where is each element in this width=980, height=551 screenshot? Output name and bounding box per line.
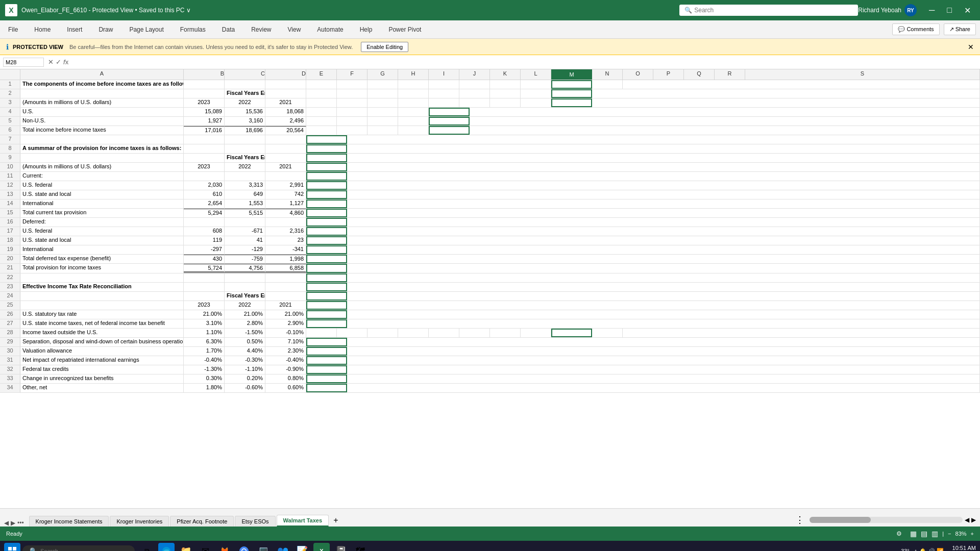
tab-home[interactable]: Home <box>30 23 55 36</box>
cell-8-c[interactable] <box>225 144 265 153</box>
tab-data[interactable]: Data <box>218 23 239 36</box>
cell-28-k[interactable] <box>490 329 521 337</box>
sheet-tab-etsy[interactable]: Etsy ESOs <box>235 516 275 527</box>
cell-1-b[interactable] <box>184 80 225 89</box>
cell-4-rest[interactable] <box>470 108 980 116</box>
taskbar-icon-taskview[interactable]: ⧉ <box>139 543 155 551</box>
cell-32-c[interactable]: -1.10% <box>225 365 265 374</box>
cell-31-a[interactable]: Net impact of repatriated international … <box>20 356 184 365</box>
search-box[interactable]: 🔍 <box>679 5 858 16</box>
cell-15-a[interactable]: Total current tax provision <box>20 209 184 217</box>
cell-5-a[interactable]: Non-U.S. <box>20 117 184 126</box>
cell-18-c[interactable]: 41 <box>225 236 265 245</box>
next-sheet-button[interactable]: ▶ <box>11 519 15 527</box>
cell-1-f[interactable] <box>337 80 368 89</box>
cell-34-d[interactable]: 0.60% <box>265 384 306 392</box>
taskbar-icon-mail[interactable]: ✉ <box>197 543 213 551</box>
cell-4-h[interactable] <box>398 108 429 116</box>
col-header-f[interactable]: F <box>337 69 368 80</box>
cell-1-n[interactable] <box>592 80 623 89</box>
cell-28-d[interactable]: -0.10% <box>265 329 306 337</box>
cell-4-a[interactable]: U.S. <box>20 108 184 116</box>
cell-29-a[interactable]: Separation, disposal and wind-down of ce… <box>20 338 184 346</box>
cell-30-d[interactable]: 2.30% <box>265 347 306 356</box>
cell-28-i[interactable] <box>429 329 459 337</box>
cell-20-b[interactable]: 430 <box>184 255 225 263</box>
minimize-button[interactable]: ─ <box>925 5 939 16</box>
cell-28-a[interactable]: Income taxed outside the U.S. <box>20 329 184 337</box>
cell-33-rest[interactable] <box>347 374 980 383</box>
cell-3-d[interactable]: 2021 <box>265 98 306 107</box>
cell-17-b[interactable]: 608 <box>184 227 225 236</box>
cell-reference[interactable] <box>3 58 44 67</box>
cell-32-d[interactable]: -0.90% <box>265 365 306 374</box>
cell-33-m[interactable] <box>306 374 347 383</box>
cell-28-b[interactable]: 1.10% <box>184 329 225 337</box>
cell-11-rest[interactable] <box>347 172 980 181</box>
cell-22-c[interactable] <box>225 273 265 282</box>
cell-9-a[interactable] <box>20 154 184 162</box>
sheet-tab-pfizer[interactable]: Pfizer Acq. Footnote <box>170 516 234 527</box>
taskbar-icon-word[interactable]: 📝 <box>294 543 310 551</box>
cell-6-e[interactable] <box>306 126 337 135</box>
cell-28-rest[interactable] <box>623 329 980 337</box>
cell-1-k[interactable] <box>490 80 521 89</box>
cell-2-b[interactable] <box>184 89 225 98</box>
cell-3-rest[interactable] <box>592 98 980 107</box>
cell-18-m[interactable] <box>306 236 347 245</box>
zoom-in-button[interactable]: + <box>971 531 974 537</box>
cell-2-i[interactable] <box>429 89 459 98</box>
cell-24-m[interactable] <box>306 292 347 300</box>
col-header-k[interactable]: K <box>490 69 521 80</box>
cell-2-d[interactable] <box>265 89 306 98</box>
cell-6-c[interactable]: 18,696 <box>225 126 265 135</box>
col-header-e[interactable]: E <box>306 69 337 80</box>
cell-23-b[interactable] <box>184 283 225 291</box>
cell-5-m[interactable] <box>429 117 470 126</box>
cell-13-m[interactable] <box>306 190 347 199</box>
cell-28-f[interactable] <box>337 329 368 337</box>
col-header-s[interactable]: S <box>745 69 980 80</box>
col-header-l[interactable]: L <box>521 69 551 80</box>
cell-14-a[interactable]: International <box>20 199 184 208</box>
cell-29-rest[interactable] <box>347 338 980 346</box>
cell-7-b[interactable] <box>184 135 225 144</box>
cell-11-b[interactable] <box>184 172 225 181</box>
sheet-tab-kroger-inventories[interactable]: Kroger Inventories <box>110 516 169 527</box>
cell-4-e[interactable] <box>306 108 337 116</box>
maximize-button[interactable]: □ <box>943 5 956 16</box>
cell-22-a[interactable] <box>20 273 184 282</box>
cell-25-a[interactable] <box>20 301 184 310</box>
cell-27-b[interactable]: 3.10% <box>184 319 225 328</box>
cell-30-a[interactable]: Valuation allowance <box>20 347 184 356</box>
cell-25-c[interactable]: 2022 <box>225 301 265 310</box>
col-header-d[interactable]: D <box>265 69 306 80</box>
cell-3-f[interactable] <box>337 98 368 107</box>
cell-1-i[interactable] <box>429 80 459 89</box>
scroll-right-button[interactable]: ▶ <box>971 516 976 523</box>
cell-23-d[interactable] <box>265 283 306 291</box>
cell-22-rest[interactable] <box>347 273 980 282</box>
cell-10-d[interactable]: 2021 <box>265 163 306 171</box>
col-header-r[interactable]: R <box>715 69 745 80</box>
scroll-left-button[interactable]: ◀ <box>965 516 969 523</box>
window-controls[interactable]: ─ □ ✕ <box>925 5 975 16</box>
cell-13-a[interactable]: U.S. state and local <box>20 190 184 199</box>
cell-13-c[interactable]: 649 <box>225 190 265 199</box>
cell-3-c[interactable]: 2022 <box>225 98 265 107</box>
cell-29-m[interactable] <box>306 338 347 346</box>
cell-16-d[interactable] <box>265 218 306 227</box>
cell-26-d[interactable]: 21.00% <box>265 310 306 319</box>
cell-15-d[interactable]: 4,860 <box>265 209 306 217</box>
taskbar-icon-misc1[interactable]: 🗺 <box>352 543 369 551</box>
formula-input[interactable] <box>72 58 977 66</box>
cell-1-d[interactable] <box>265 80 306 89</box>
zoom-out-button[interactable]: − <box>948 531 951 537</box>
cell-6-m[interactable] <box>429 126 470 135</box>
cell-19-a[interactable]: International <box>20 245 184 254</box>
cell-13-rest[interactable] <box>347 190 980 199</box>
cell-30-c[interactable]: 4.40% <box>225 347 265 356</box>
cell-1-g[interactable] <box>368 80 398 89</box>
horizontal-scrollbar-thumb[interactable] <box>810 517 871 523</box>
col-header-n[interactable]: N <box>592 69 623 80</box>
